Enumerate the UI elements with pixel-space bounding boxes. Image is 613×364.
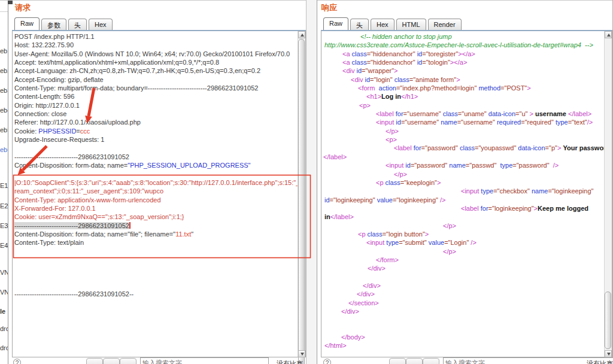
arrow-up-icon [301,34,304,37]
code-line: -----------------------------29866231091… [14,222,298,230]
code-line: Content-Length: 596 [14,92,298,101]
code-line: Accept-Language: zh-CN,zh;q=0.8,zh-TW;q=… [14,66,298,75]
code-line [14,247,298,256]
code-line [14,281,298,290]
search-options-button[interactable] [120,358,136,364]
request-search-bar: ? 没有比赛 [8,357,306,364]
response-scrollbar[interactable] [604,31,612,357]
background-window-item: E1 [0,182,8,189]
code-line [14,256,298,264]
response-tab-render[interactable]: Render [428,19,462,30]
code-line: </section> [323,299,604,307]
code-line [14,144,298,152]
code-line: Content-Type: text/plain [14,238,298,247]
background-window-item: VN2 [0,289,8,296]
request-tab-raw[interactable]: Raw [14,17,40,30]
code-line: </form> [323,256,604,264]
response-panel-title: 响应 [321,2,337,13]
code-line: </div> [323,307,604,316]
response-tabs: Raw头HexHTMLRender [323,18,462,30]
scroll-up-button[interactable] [605,31,612,38]
text-cursor [129,222,131,229]
background-window-item: eb5- [0,126,8,134]
code-line: </div> [323,264,604,272]
code-line: Origin: http://127.0.0.1 [14,101,298,110]
response-editor-content[interactable]: <!-- hidden anchor to stop jumphttp://ww… [321,31,604,357]
code-line: Accept-Encoding: gzip, deflate [14,75,298,84]
background-window-item: eb6- [0,146,8,153]
response-tab-headers[interactable]: 头 [350,19,369,30]
background-window-item: droi [0,344,8,351]
next-match-button[interactable] [103,358,120,364]
code-line: Content-Type: application/x-www-form-url… [14,196,298,204]
response-tab-hex[interactable]: Hex [371,19,394,30]
code-line: </html> [323,341,604,350]
prev-match-button[interactable] [389,358,406,364]
background-window-item: eb4- [0,107,8,114]
code-line: </p> [323,247,604,256]
window-corner-fragment [8,0,13,4]
search-input[interactable] [140,357,269,364]
code-line: id="loginkeeping" value="loginkeeping" /… [323,196,604,204]
next-match-button[interactable] [406,358,423,364]
code-line: Upgrade-Insecure-Requests: 1 [14,135,298,144]
arrow-up-icon [607,34,611,37]
request-editor[interactable]: POST /index.php HTTP/1.1Host: 132.232.75… [12,30,306,357]
request-tab-hex[interactable]: Hex [89,19,113,30]
response-editor[interactable]: <!-- hidden anchor to stop jumphttp://ww… [321,30,612,357]
code-line: <form action="index.php?method=login" me… [323,84,604,92]
background-window-item: droi [0,325,8,332]
response-tab-raw[interactable]: Raw [323,17,348,30]
code-line: </p> [323,127,604,135]
code-line: Referer: http://127.0.0.1/xiaosai/upload… [14,118,298,126]
code-line: http://www.css3create.com/Astuce-Empeche… [323,41,604,49]
search-options-button[interactable] [423,358,439,364]
request-tab-headers[interactable]: 头 [68,19,87,30]
help-button[interactable]: ? [323,359,331,364]
background-window-item: eb2- [0,67,8,74]
code-line: Cookie: PHPSESSID=ccc [14,127,298,135]
background-window-item: eb3- [0,87,8,94]
code-line: <p> [323,135,604,144]
code-line: Content-Disposition: form-data; name="PH… [14,161,298,169]
code-line: Content-Disposition: form-data; name="fi… [14,230,298,238]
background-window-strip: eb1-eb2-eb3-eb4-eb5-eb6-E1E2E3E4VN1VN2le… [0,0,8,364]
panel-divider-right-line [317,0,317,364]
response-tab-html[interactable]: HTML [396,19,426,30]
code-line: in</label> [323,213,604,221]
code-line [14,170,298,178]
response-search-bar: ? 没有比赛 [317,357,613,364]
code-line: </p> [323,222,604,230]
code-line: Cookie: user=xZmdm9NxaQ==";s:13:"_soap_v… [14,213,298,221]
code-line: <label for="loginkeeping">Keep me logged [323,204,604,213]
code-line: <div id="login" class="animate form"> [323,75,604,84]
code-line: <div id="wrapper"> [323,66,604,75]
code-line: <input type="checkbox" name="loginkeepin… [323,187,604,195]
code-line: Content-Type: multipart/form-data; bound… [14,84,298,92]
code-line: <label for="password" class="youpasswd" … [323,144,604,152]
background-window-item: E2 [0,202,8,210]
scrollbar-thumb[interactable] [298,39,305,364]
code-line: ream_context";i:0;s:11:"_user_agent";s:1… [14,187,298,195]
code-line: Host: 132.232.75.90 [14,41,298,49]
background-window-item: VN1 [0,269,8,276]
code-line: Connection: close [14,110,298,118]
code-line [323,324,604,333]
code-line: |O:10:"SoapClient":5:{s:3:"uri";s:4:"aaa… [14,178,298,187]
code-line: </p> [323,170,604,178]
arrow-down-icon [301,353,304,356]
scroll-up-button[interactable] [298,31,305,38]
request-tab-params[interactable]: 参数 [41,19,66,30]
help-button[interactable]: ? [13,359,21,364]
request-scrollbar[interactable] [298,31,305,357]
code-line: <a class="hiddenanchor" id="toregister">… [323,50,604,58]
code-line: <input id="username" name="username" req… [323,118,604,126]
arrow-down-icon [607,353,611,356]
code-line: </label> [323,153,604,161]
code-line: <h1>Log in</h1> [323,92,604,101]
request-editor-content[interactable]: POST /index.php HTTP/1.1Host: 132.232.75… [13,31,298,357]
prev-match-button[interactable] [86,358,103,364]
scrollbar-thumb[interactable] [605,292,611,349]
panel-divider [306,0,317,364]
code-line: <input id="password" name="passwd" type=… [323,161,604,169]
